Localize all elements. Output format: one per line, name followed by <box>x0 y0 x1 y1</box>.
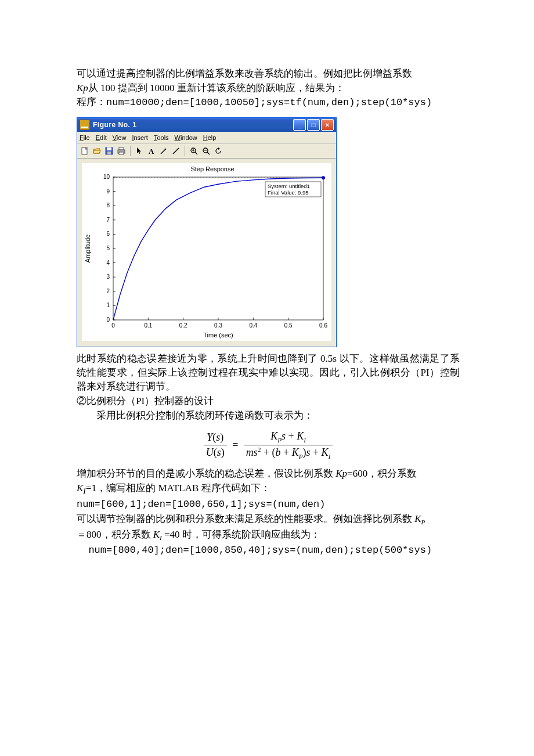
open-icon[interactable] <box>92 146 102 156</box>
menu-help[interactable]: Help <box>203 134 217 142</box>
zoom-out-icon[interactable] <box>201 146 211 156</box>
menu-view[interactable]: View <box>113 134 127 142</box>
paragraph-1: 可以通过提高控制器的比例增益系数来改善系统的输出。例如把比例增益系数 <box>77 67 460 81</box>
new-icon[interactable] <box>80 146 90 156</box>
svg-text:0.2: 0.2 <box>179 322 187 329</box>
code-line-1: 程序：num=10000;den=[1000,10050];sys=tf(num… <box>77 96 460 110</box>
svg-text:0.1: 0.1 <box>144 322 152 329</box>
svg-text:0: 0 <box>106 316 110 323</box>
step-response-chart: Step Response00.10.20.30.40.50.601234567… <box>82 163 331 341</box>
text-icon[interactable]: A <box>146 146 157 156</box>
paragraph-11: ＝800，积分系数 KI =40 时，可得系统阶跃响应曲线为： <box>77 528 460 543</box>
svg-text:Time (sec): Time (sec) <box>203 332 233 339</box>
svg-point-130 <box>322 177 325 180</box>
svg-text:7: 7 <box>106 217 110 223</box>
plot-canvas[interactable]: Step Response00.10.20.30.40.50.601234567… <box>82 163 331 341</box>
code-line-2: num=[600,1];den=[1000,650,1];sys=(num,de… <box>77 498 460 512</box>
paragraph-8: KI=1，编写相应的 MATLAB 程序代码如下： <box>77 481 460 497</box>
svg-text:0.4: 0.4 <box>249 322 257 329</box>
svg-text:10: 10 <box>103 174 110 180</box>
zoom-in-icon[interactable] <box>189 146 199 156</box>
svg-text:4: 4 <box>106 260 110 266</box>
transfer-function-formula: Y(s) U(s) = KPs + KI ms2 + (b + KP)s + K… <box>77 429 460 461</box>
svg-rect-18 <box>113 177 323 320</box>
menu-bar: File Edit View Insert Tools Window Help <box>77 132 336 144</box>
svg-text:Amplitude: Amplitude <box>84 235 91 263</box>
svg-text:0.6: 0.6 <box>319 322 327 329</box>
svg-text:0.5: 0.5 <box>284 322 293 329</box>
paragraph-2: Kp从 100 提高到 10000 重新计算该系统的阶跃响应，结果为： <box>77 81 460 95</box>
svg-rect-2 <box>107 147 111 150</box>
svg-text:3: 3 <box>106 274 110 280</box>
svg-rect-6 <box>119 152 124 154</box>
svg-text:A: A <box>149 147 154 155</box>
menu-tools[interactable]: Tools <box>154 134 169 142</box>
svg-text:Step Response: Step Response <box>190 165 234 172</box>
paragraph-6: 采用比例积分控制的系统闭环传递函数可表示为： <box>77 409 460 423</box>
rotate-icon[interactable] <box>213 146 223 156</box>
arrow-icon[interactable] <box>158 146 169 156</box>
svg-text:0: 0 <box>111 322 115 329</box>
svg-line-15 <box>207 152 210 154</box>
plot-area: Step Response00.10.20.30.40.50.601234567… <box>77 159 336 347</box>
window-title-bar[interactable]: Figure No. 1 _ □ × <box>77 118 336 132</box>
tool-bar: A <box>77 144 336 159</box>
svg-text:0.3: 0.3 <box>214 322 222 329</box>
svg-line-11 <box>195 152 197 154</box>
svg-rect-4 <box>119 147 124 150</box>
matlab-icon <box>80 120 90 130</box>
svg-rect-3 <box>107 152 111 154</box>
code-line-3: num=[800,40];den=[1000,850,40];sys=(num,… <box>77 543 460 557</box>
menu-edit[interactable]: Edit <box>96 134 107 142</box>
svg-text:System: untitled1: System: untitled1 <box>268 183 310 189</box>
svg-line-9 <box>173 148 179 154</box>
svg-text:5: 5 <box>106 245 110 251</box>
var-kp: Kp <box>77 82 88 93</box>
close-button[interactable]: × <box>321 119 334 131</box>
pointer-icon[interactable] <box>134 146 145 156</box>
line-icon[interactable] <box>171 146 181 156</box>
menu-window[interactable]: Window <box>175 134 197 142</box>
matlab-figure-window: Figure No. 1 _ □ × File Edit View Insert… <box>77 117 337 347</box>
svg-text:9: 9 <box>106 188 110 195</box>
menu-file[interactable]: File <box>80 134 90 142</box>
svg-text:2: 2 <box>106 288 110 294</box>
window-title: Figure No. 1 <box>93 120 293 130</box>
paragraph-7: 增加积分环节的目的是减小系统的稳态误差，假设比例系数 Kp=600，积分系数 <box>77 467 460 481</box>
svg-text:8: 8 <box>106 203 110 209</box>
minimize-button[interactable]: _ <box>293 119 306 131</box>
save-icon[interactable] <box>104 146 114 156</box>
print-icon[interactable] <box>116 146 127 156</box>
svg-text:6: 6 <box>106 231 110 237</box>
svg-text:1: 1 <box>106 303 110 309</box>
paragraph-5: ②比例积分（PI）控制器的设计 <box>77 394 460 408</box>
paragraph-4: 此时系统的稳态误差接近为零，系统上升时间也降到了 0.5s 以下。这样做虽然满足… <box>77 352 460 393</box>
menu-insert[interactable]: Insert <box>132 134 148 142</box>
maximize-button[interactable]: □ <box>307 119 320 131</box>
svg-text:Final Value: 9.95: Final Value: 9.95 <box>268 189 309 196</box>
paragraph-10: 可以调节控制器的比例和积分系数来满足系统的性能要求。例如选择比例系数 KP <box>77 512 460 527</box>
